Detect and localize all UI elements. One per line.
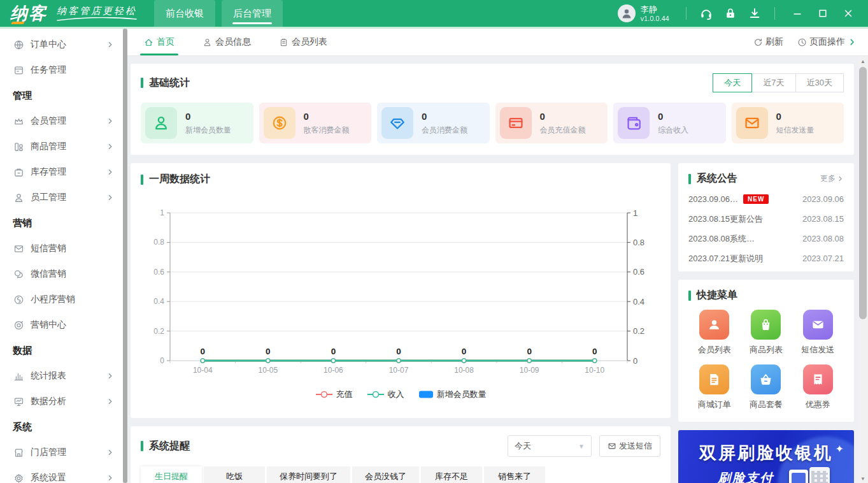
- chevron-right-icon: [106, 117, 114, 125]
- quick-menu-item[interactable]: 商品套餐: [750, 364, 783, 410]
- legend-marker: [418, 390, 434, 399]
- page-tab[interactable]: 会员列表: [279, 29, 327, 55]
- ad-banner[interactable]: 双屏刷脸收银机 刷脸支付 ✦: [678, 430, 854, 483]
- sidebar-item[interactable]: 会员管理: [0, 108, 123, 134]
- tagline-underline-swoosh: [56, 17, 138, 22]
- page-scrollbar[interactable]: ▲ ▼: [858, 57, 868, 483]
- svg-text:0.2: 0.2: [153, 327, 164, 336]
- header-nav-pos[interactable]: 前台收银: [154, 0, 215, 27]
- quick-menu-item[interactable]: 优惠券: [803, 364, 833, 410]
- quick-menu-item[interactable]: 商城订单: [698, 364, 731, 410]
- quick-menu-label: 商品套餐: [750, 399, 783, 410]
- reminder-tab[interactable]: 吃饭: [204, 466, 265, 483]
- app-header: 纳客 纳客管店更轻松 前台收银后台管理 李静 v1.0.0.44: [0, 0, 868, 27]
- svg-text:10-08: 10-08: [454, 366, 474, 375]
- announcement-title: 2023.08.15更新公告: [688, 213, 763, 225]
- legend-item[interactable]: 收入: [367, 389, 404, 400]
- reminder-tab[interactable]: 销售来了: [484, 466, 545, 483]
- app-tagline: 纳客管店更轻松: [56, 5, 138, 22]
- avatar[interactable]: [618, 4, 636, 22]
- page-operations-button[interactable]: 页面操作: [797, 36, 857, 48]
- header-nav-backend[interactable]: 后台管理: [222, 0, 283, 27]
- sidebar-item[interactable]: 小程序营销: [0, 287, 123, 312]
- legend-item[interactable]: 充值: [315, 389, 353, 400]
- sidebar-item[interactable]: 营销中心: [0, 312, 123, 338]
- announcement-row[interactable]: 2023.08.08系统…2023.08.08: [688, 229, 844, 249]
- announcements-title: 系统公告: [688, 172, 737, 185]
- announcement-row[interactable]: 2023.07.21更新说明2023.07.21: [688, 249, 844, 268]
- sidebar-item[interactable]: 库存管理: [0, 159, 123, 185]
- ad-sparkle-icon: ✦: [836, 443, 844, 455]
- reminder-tab[interactable]: 会员没钱了: [352, 466, 419, 483]
- ad-title: 双屏刷脸收银机: [678, 442, 854, 465]
- reminder-date-value: 今天: [515, 440, 531, 452]
- ad-subtitle: 刷脸支付: [718, 470, 774, 483]
- download-icon[interactable]: [745, 4, 764, 23]
- svg-text:0.6: 0.6: [153, 268, 164, 277]
- svg-text:1: 1: [633, 208, 637, 218]
- announcement-row[interactable]: 2023.08.15更新公告2023.08.15: [688, 209, 844, 229]
- sidebar-item[interactable]: 系统设置: [0, 465, 123, 483]
- box-icon: [13, 166, 24, 178]
- sidebar-item[interactable]: 任务管理: [0, 57, 123, 83]
- refresh-button[interactable]: 刷新: [753, 36, 783, 48]
- sidebar-item[interactable]: 短信营销: [0, 236, 123, 261]
- chevron-right-icon: [106, 372, 114, 380]
- scrollbar-up-arrow[interactable]: ▲: [858, 57, 868, 66]
- svg-text:0.6: 0.6: [633, 267, 644, 277]
- package-icon: [751, 364, 781, 394]
- quick-menu-item[interactable]: 商品列表: [750, 310, 783, 356]
- quick-menu-label: 会员列表: [698, 344, 731, 356]
- title-accent-bar: [688, 291, 691, 301]
- lock-icon[interactable]: [721, 4, 740, 23]
- time-filter-button[interactable]: 近30天: [795, 73, 844, 92]
- user-icon: [203, 38, 212, 47]
- customer-service-icon[interactable]: [697, 4, 716, 23]
- send-sms-button[interactable]: 发送短信: [599, 435, 660, 457]
- sidebar-item[interactable]: 微信营销: [0, 261, 123, 287]
- time-filter-button[interactable]: 近7天: [751, 73, 795, 92]
- page-tab[interactable]: 首页: [144, 29, 174, 55]
- page-tab[interactable]: 会员信息: [203, 29, 251, 55]
- user-info[interactable]: 李静 v1.0.0.44: [618, 4, 669, 22]
- weekly-line-chart: 000.20.20.40.40.60.60.80.81110-0410-0510…: [141, 203, 660, 386]
- sidebar-item[interactable]: 统计报表: [0, 363, 123, 389]
- sidebar-item-label: 会员管理: [31, 115, 66, 127]
- sidebar-item[interactable]: 门店管理: [0, 440, 123, 465]
- goods-icon: [13, 141, 24, 152]
- reminder-tab[interactable]: 保养时间要到了: [267, 466, 350, 483]
- tabbar-actions: 刷新 页面操作: [753, 29, 857, 55]
- chevron-right-icon: [106, 168, 114, 176]
- sidebar-item[interactable]: 数据分析: [0, 389, 123, 414]
- reminder-tab[interactable]: 生日提醒: [141, 466, 202, 483]
- stat-value: 0: [304, 111, 350, 122]
- announcements-more-link[interactable]: 更多: [820, 173, 844, 184]
- svg-text:0: 0: [160, 356, 164, 365]
- close-button[interactable]: [837, 4, 859, 23]
- sidebar-scrollbar-thumb[interactable]: [123, 29, 127, 483]
- reminder-tab[interactable]: 库存不足: [421, 466, 482, 483]
- announcement-date: 2023.08.15: [802, 214, 844, 224]
- maximize-button[interactable]: [812, 4, 834, 23]
- sidebar-item-label: 数据分析: [31, 396, 66, 407]
- page-scrollbar-thumb[interactable]: [859, 67, 867, 319]
- send-sms-label: 发送短信: [619, 440, 652, 452]
- legend-item[interactable]: 新增会员数量: [418, 389, 487, 400]
- reminder-date-select[interactable]: 今天 ▼: [508, 435, 592, 457]
- page-operations-icon: [797, 38, 807, 47]
- sidebar-scrollbar[interactable]: [123, 29, 127, 483]
- scrollbar-down-arrow[interactable]: ▼: [858, 474, 868, 483]
- ad-pos-machine-image: [789, 467, 830, 483]
- announcement-title: 2023.07.21更新说明: [688, 253, 763, 264]
- quick-menu-item[interactable]: 会员列表: [698, 310, 731, 356]
- coupon-icon: [803, 364, 833, 394]
- minimize-button[interactable]: [786, 4, 808, 23]
- sidebar-item[interactable]: 员工管理: [0, 185, 123, 210]
- sidebar-item[interactable]: 商品管理: [0, 134, 123, 159]
- sidebar-item[interactable]: 订单中心: [0, 32, 123, 57]
- announcement-row[interactable]: 2023.09.06…NEW2023.09.06: [688, 189, 844, 209]
- quick-menu-item[interactable]: 短信发送: [801, 310, 834, 356]
- goods-list-icon: [751, 310, 781, 340]
- time-filter-button[interactable]: 今天: [713, 73, 752, 92]
- sidebar-item-label: 任务管理: [31, 64, 66, 76]
